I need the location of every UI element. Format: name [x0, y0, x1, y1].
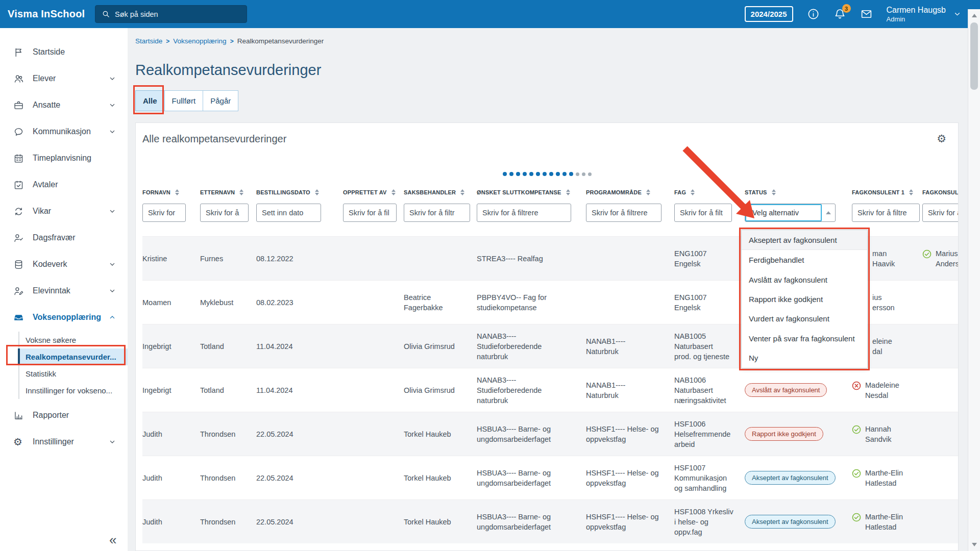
filter-input-etternavn[interactable]: [200, 204, 249, 222]
pagination-dot[interactable]: [516, 172, 520, 176]
sidebar-item-startside[interactable]: Startside: [0, 39, 128, 65]
table-row[interactable]: JudithThrondsen22.05.2024Torkel HaukebHS…: [142, 499, 959, 543]
sidebar-subitem-voksne-s-kere[interactable]: Voksne søkere: [19, 332, 128, 348]
pagination-dot-inactive[interactable]: [582, 172, 585, 176]
sidebar-item-voksenoppl-ring[interactable]: Voksenopplæring: [0, 304, 128, 331]
column-header-status[interactable]: STATUS: [745, 189, 852, 195]
sidebar-item-rapporter[interactable]: Rapporter: [0, 402, 128, 429]
info-icon[interactable]: [807, 8, 820, 20]
breadcrumb-link-voksenoppl-ring[interactable]: Voksenopplæring: [173, 37, 226, 45]
pagination-dot[interactable]: [536, 172, 540, 176]
table-row[interactable]: JudithThrondsen22.05.2024Torkel HaukebHS…: [142, 456, 959, 499]
breadcrumb-link-startside[interactable]: Startside: [135, 37, 162, 45]
dropdown-option-ferdigbehandlet[interactable]: Ferdigbehandlet: [742, 250, 867, 269]
vertical-scrollbar[interactable]: [968, 9, 980, 551]
cell-bestillingsdato: 22.05.2024: [256, 412, 343, 456]
column-header-fag[interactable]: FAG: [674, 189, 745, 195]
sort-icon: [566, 189, 570, 195]
sidebar-item-dagsfrav-r[interactable]: Dagsfravær: [0, 224, 128, 251]
sidebar-item-elevinntak[interactable]: Elevinntak: [0, 278, 128, 304]
pagination-dot[interactable]: [569, 172, 573, 176]
sidebar-item-kodeverk[interactable]: Kodeverk: [0, 251, 128, 278]
column-header-saksbehandler[interactable]: SAKSBEHANDLER: [404, 189, 477, 195]
pagination-dot[interactable]: [523, 172, 527, 176]
dropdown-option-akseptert-av-fagkonsulent[interactable]: Akseptert av fagkonsulent: [742, 230, 867, 250]
column-header-fagkonsulent-2[interactable]: FAGKONSULENT 2: [922, 189, 959, 195]
cell-opprettet-av: [343, 412, 404, 456]
notification-badge: 3: [842, 4, 851, 13]
filter-input-fagkonsulent-1[interactable]: [852, 204, 920, 222]
cell-status: Avslått av fagkonsulent: [745, 368, 852, 412]
x-circle-icon: [852, 381, 861, 390]
app-logo[interactable]: Visma InSchool: [8, 0, 85, 28]
column-header-bestillingsdato[interactable]: BESTILLINGSDATO: [256, 189, 343, 195]
pagination-dot[interactable]: [543, 172, 547, 176]
sidebar-item-kommunikasjon[interactable]: Kommunikasjon: [0, 118, 128, 145]
column-header-etternavn[interactable]: ETTERNAVN: [200, 189, 256, 195]
pagination-dot[interactable]: [529, 172, 533, 176]
cell-etternavn: Throndsen: [200, 456, 256, 499]
pagination-dot-inactive[interactable]: [588, 172, 592, 176]
table-row[interactable]: JudithThrondsen22.05.2024Torkel HaukebHS…: [142, 412, 959, 456]
scrollbar-down-arrow[interactable]: [972, 543, 977, 546]
search-placeholder: Søk på siden: [115, 10, 158, 18]
sidebar-item-label: Startside: [33, 47, 116, 57]
tab-fullf-rt[interactable]: Fullført: [164, 90, 204, 111]
sidebar-subitem-realkompetansevurder[interactable]: Realkompetansevurder...: [18, 348, 128, 365]
breadcrumb-link-realkompetansevurderinger: Realkompetansevurderinger: [237, 37, 324, 45]
user-menu[interactable]: Carmen Haugsb Admin: [887, 5, 962, 23]
pagination-dot[interactable]: [503, 172, 507, 176]
column-header-opprettet-av[interactable]: OPPRETTET AV: [343, 189, 404, 195]
sidebar-item-elever[interactable]: Elever: [0, 65, 128, 92]
sidebar-item-vikar[interactable]: Vikar: [0, 198, 128, 224]
filter-input-saksbehandler[interactable]: [404, 204, 470, 222]
column-header-programomrade[interactable]: PROGRAMOMRÅDE: [586, 189, 674, 195]
cell-text: Marthe-Elin Hatlestad: [865, 468, 903, 488]
scrollbar-up-arrow[interactable]: [972, 14, 977, 17]
school-year-selector[interactable]: 2024/2025: [745, 6, 793, 22]
sidebar-item-ansatte[interactable]: Ansatte: [0, 92, 128, 118]
cell-opprettet-av: [343, 281, 404, 324]
column-header-onsket-sluttkompetanse[interactable]: ØNSKET SLUTTKOMPETANSE: [477, 189, 586, 195]
cell-text: Judith: [142, 473, 162, 483]
sidebar-item-innstillinger[interactable]: ⚙Innstillinger: [0, 429, 128, 455]
sidebar-subitem-statistikk[interactable]: Statistikk: [19, 365, 128, 382]
tab-p-g-r[interactable]: Pågår: [203, 90, 238, 111]
table-settings-gear-icon[interactable]: ⚙: [937, 133, 946, 144]
messages-envelope-icon[interactable]: [860, 8, 873, 20]
sidebar-collapse-button[interactable]: «: [109, 532, 116, 548]
status-badge: Akseptert av fagkonsulent: [745, 515, 836, 529]
filter-input-onsket-sluttkompetanse[interactable]: [477, 204, 571, 222]
scrollbar-thumb[interactable]: [970, 22, 978, 90]
dropdown-option-avsl-tt-av-fagkonsulent[interactable]: Avslått av fagkonsulent: [742, 270, 867, 289]
sidebar-subitem-innstillinger-for-vokseno[interactable]: Innstillinger for vokseno...: [19, 382, 128, 399]
notifications-bell-icon[interactable]: 3: [834, 8, 846, 20]
cell-fornavn: Judith: [142, 456, 200, 499]
filter-input-opprettet-av[interactable]: [343, 204, 397, 222]
cell-text: HSHSF1---- Helse- og oppvekstfag: [586, 468, 659, 488]
global-search-input[interactable]: Søk på siden: [95, 5, 247, 23]
students-icon: [13, 73, 24, 84]
dropdown-option-ny[interactable]: Ny: [742, 348, 867, 368]
dropdown-option-vurdert-av-fagkonsulent[interactable]: Vurdert av fagkonsulent: [742, 309, 867, 329]
status-filter-select[interactable]: Velg alternativ: [745, 204, 836, 222]
pagination-dot[interactable]: [556, 172, 560, 176]
tab-alle[interactable]: Alle: [135, 90, 165, 111]
cell-programomrade: NANAB1---- Naturbruk: [586, 368, 674, 412]
pagination-dot[interactable]: [509, 172, 513, 176]
table-row[interactable]: IngebrigtTotland11.04.2024Olivia Grimsru…: [142, 368, 959, 412]
pagination-dot-inactive[interactable]: [576, 172, 579, 176]
filter-input-fornavn[interactable]: [142, 204, 186, 222]
filter-input-programomrade[interactable]: [586, 204, 662, 222]
dropdown-option-rapport-ikke-godkjent[interactable]: Rapport ikke godkjent: [742, 289, 867, 309]
dropdown-option-venter-p-svar-fra-fagkonsulent[interactable]: Venter på svar fra fagkonsulent: [742, 329, 867, 348]
sidebar-item-avtaler[interactable]: Avtaler: [0, 171, 128, 198]
sidebar-item-timeplanvisning[interactable]: Timeplanvisning: [0, 145, 128, 171]
filter-input-fag[interactable]: [674, 204, 732, 222]
filter-input-bestillingsdato[interactable]: [256, 204, 321, 222]
column-header-fornavn[interactable]: FORNAVN: [142, 189, 200, 195]
pagination-dot[interactable]: [562, 172, 567, 176]
filter-input-fagkonsulent-2[interactable]: [922, 204, 959, 222]
pagination-dot[interactable]: [549, 172, 553, 176]
column-header-fagkonsulent-1[interactable]: FAGKONSULENT 1: [852, 189, 922, 195]
